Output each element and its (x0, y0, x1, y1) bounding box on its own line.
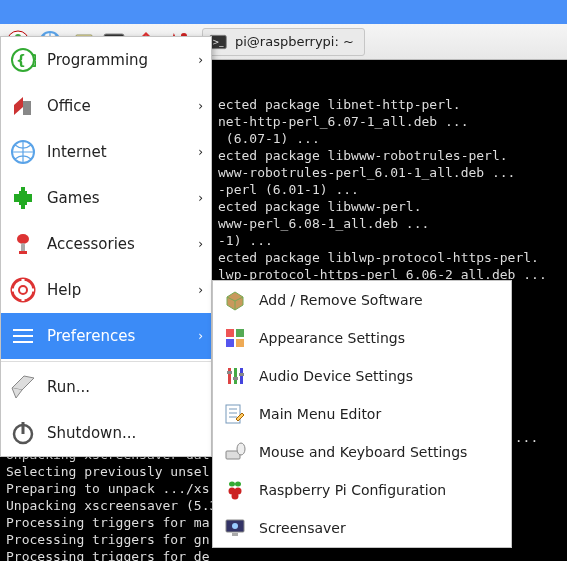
audio-sliders-icon (223, 364, 247, 388)
svg-point-47 (235, 482, 241, 487)
taskbar-task-label: pi@raspberrypi: ~ (235, 34, 354, 49)
chevron-right-icon: › (193, 145, 203, 159)
menu-item-preferences[interactable]: Preferences › (1, 313, 211, 359)
shutdown-icon (9, 419, 37, 447)
window-title-strip (0, 0, 567, 24)
svg-point-45 (237, 443, 245, 455)
svg-text:{ }: { } (16, 52, 36, 68)
menu-item-internet[interactable]: Internet › (1, 129, 211, 175)
svg-rect-40 (227, 371, 232, 374)
menu-item-accessories[interactable]: Accessories › (1, 221, 211, 267)
svg-rect-22 (21, 205, 25, 209)
svg-rect-41 (233, 377, 238, 380)
svg-rect-32 (22, 422, 25, 434)
submenu-label: Raspberry Pi Configuration (259, 482, 446, 498)
menu-label: Accessories (47, 235, 183, 253)
menu-label: Help (47, 281, 183, 299)
raspberry-pi-icon (223, 478, 247, 502)
chevron-right-icon: › (193, 191, 203, 205)
chevron-right-icon: › (193, 99, 203, 113)
svg-rect-29 (13, 335, 33, 337)
package-icon (223, 288, 247, 312)
chevron-right-icon: › (193, 237, 203, 251)
submenu-item-raspberry-pi-config[interactable]: Raspberry Pi Configuration (213, 471, 511, 509)
svg-point-50 (232, 493, 239, 500)
svg-rect-30 (13, 341, 33, 343)
run-icon (9, 373, 37, 401)
menu-editor-icon (223, 402, 247, 426)
svg-point-23 (17, 234, 29, 244)
internet-icon (9, 138, 37, 166)
svg-rect-38 (234, 368, 237, 384)
screensaver-icon (223, 516, 247, 540)
menu-item-programming[interactable]: { } Programming › (1, 37, 211, 83)
mouse-keyboard-icon (223, 440, 247, 464)
application-menu: { } Programming › Office › Internet › Ga… (0, 36, 212, 457)
submenu-item-screensaver[interactable]: Screensaver (213, 509, 511, 547)
submenu-item-audio[interactable]: Audio Device Settings (213, 357, 511, 395)
submenu-label: Appearance Settings (259, 330, 405, 346)
svg-rect-34 (236, 329, 244, 337)
taskbar-task[interactable]: >_ pi@raspberrypi: ~ (202, 28, 365, 56)
office-icon (9, 92, 37, 120)
svg-rect-33 (226, 329, 234, 337)
submenu-label: Screensaver (259, 520, 346, 536)
menu-label: Office (47, 97, 183, 115)
submenu-item-main-menu-editor[interactable]: Main Menu Editor (213, 395, 511, 433)
preferences-submenu: Add / Remove Software Appearance Setting… (212, 280, 512, 548)
chevron-right-icon: › (193, 283, 203, 297)
svg-rect-37 (228, 368, 231, 384)
menu-separator (1, 361, 211, 362)
svg-rect-20 (19, 191, 27, 205)
svg-rect-35 (226, 339, 234, 347)
svg-rect-28 (13, 329, 33, 331)
menu-label: Internet (47, 143, 183, 161)
programming-icon: { } (9, 46, 37, 74)
submenu-label: Mouse and Keyboard Settings (259, 444, 467, 460)
submenu-label: Main Menu Editor (259, 406, 381, 422)
menu-item-run[interactable]: Run... (1, 364, 211, 410)
menu-item-help[interactable]: Help › (1, 267, 211, 313)
submenu-item-appearance[interactable]: Appearance Settings (213, 319, 511, 357)
submenu-item-add-remove-software[interactable]: Add / Remove Software (213, 281, 511, 319)
menu-label: Games (47, 189, 183, 207)
menu-label: Shutdown... (47, 424, 203, 442)
submenu-item-mouse-keyboard[interactable]: Mouse and Keyboard Settings (213, 433, 511, 471)
chevron-right-icon: › (193, 53, 203, 67)
svg-point-27 (19, 286, 27, 294)
chevron-right-icon: › (193, 329, 203, 343)
svg-rect-21 (21, 187, 25, 191)
preferences-icon (9, 322, 37, 350)
menu-label: Preferences (47, 327, 183, 345)
svg-rect-16 (23, 101, 31, 115)
svg-point-46 (229, 482, 235, 487)
menu-item-games[interactable]: Games › (1, 175, 211, 221)
help-icon (9, 276, 37, 304)
menu-item-office[interactable]: Office › (1, 83, 211, 129)
appearance-icon (223, 326, 247, 350)
svg-rect-42 (239, 373, 244, 376)
svg-rect-25 (19, 251, 27, 254)
submenu-label: Audio Device Settings (259, 368, 413, 384)
menu-item-shutdown[interactable]: Shutdown... (1, 410, 211, 456)
submenu-label: Add / Remove Software (259, 292, 423, 308)
svg-text:>_: >_ (212, 36, 224, 46)
svg-rect-53 (232, 533, 238, 536)
menu-label: Run... (47, 378, 203, 396)
games-icon (9, 184, 37, 212)
svg-point-52 (232, 523, 238, 529)
menu-label: Programming (47, 51, 183, 69)
accessories-icon (9, 230, 37, 258)
svg-rect-36 (236, 339, 244, 347)
terminal-output-upper: ected package libnet-http-perl. net-http… (218, 96, 547, 300)
